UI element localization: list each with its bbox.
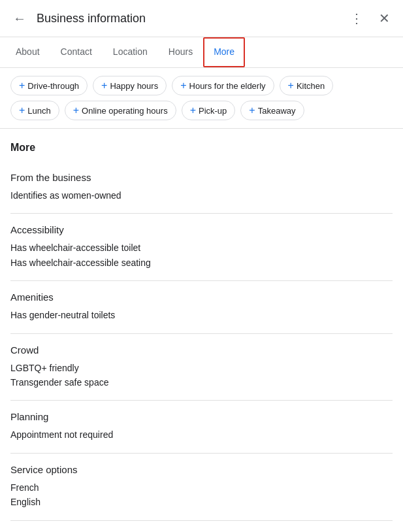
chip-label: Kitchen xyxy=(297,81,325,91)
chip-plus-icon: + xyxy=(73,105,79,116)
chip-label: Drive-through xyxy=(27,81,79,91)
chip-hours-for-the-elderly[interactable]: +Hours for the elderly xyxy=(172,76,274,95)
chip-online-operating-hours[interactable]: +Online operating hours xyxy=(65,101,176,120)
section-heading-from-business: From the business xyxy=(10,172,393,183)
section-item: English xyxy=(10,495,393,509)
section-amenities: AmenitiesHas gender-neutral toilets xyxy=(10,281,393,333)
chip-happy-hours[interactable]: +Happy hours xyxy=(93,76,167,95)
chips-row-2: +Lunch+Online operating hours+Pick-up+Ta… xyxy=(10,101,393,120)
section-heading-planning: Planning xyxy=(10,411,393,422)
tab-more[interactable]: More xyxy=(203,37,245,67)
section-item: Has gender-neutral toilets xyxy=(10,308,393,322)
section-from-business: From the businessIdentifies as women-own… xyxy=(10,161,393,214)
section-service-options: Service optionsFrenchEnglish xyxy=(10,454,393,521)
section-item: Has wheelchair-accessible seating xyxy=(10,256,393,270)
more-options-icon[interactable]: ⋮ xyxy=(347,8,366,29)
chip-drive-through[interactable]: +Drive-through xyxy=(10,76,88,95)
chip-plus-icon: + xyxy=(288,80,294,91)
chips-row-1: +Drive-through+Happy hours+Hours for the… xyxy=(10,76,393,95)
section-planning: PlanningAppointment not required xyxy=(10,401,393,453)
chips-section: +Drive-through+Happy hours+Hours for the… xyxy=(0,68,403,129)
section-item: French xyxy=(10,480,393,495)
tab-location[interactable]: Location xyxy=(103,37,158,67)
chip-pick-up[interactable]: +Pick-up xyxy=(182,101,236,120)
chip-label: Lunch xyxy=(27,106,50,116)
chip-label: Hours for the elderly xyxy=(189,81,266,91)
header: ← Business information ⋮ ✕ xyxy=(0,0,403,37)
section-item: Has wheelchair-accessible toilet xyxy=(10,241,393,255)
chip-plus-icon: + xyxy=(249,105,255,116)
section-item: Transgender safe space xyxy=(10,375,393,390)
header-actions: ⋮ ✕ xyxy=(347,8,393,29)
chip-plus-icon: + xyxy=(101,80,107,91)
nav-tabs: AboutContactLocationHoursMore xyxy=(0,37,403,68)
section-crowd: CrowdLGBTQ+ friendlyTransgender safe spa… xyxy=(10,334,393,401)
chip-plus-icon: + xyxy=(180,80,186,91)
chip-label: Happy hours xyxy=(110,81,158,91)
section-heading-accessibility: Accessibility xyxy=(10,224,393,235)
tab-contact[interactable]: Contact xyxy=(50,37,103,67)
section-heading-amenities: Amenities xyxy=(10,291,393,303)
chip-label: Takeaway xyxy=(258,106,296,116)
section-accessibility: AccessibilityHas wheelchair-accessible t… xyxy=(10,214,393,281)
chip-label: Pick-up xyxy=(199,106,227,116)
chip-kitchen[interactable]: +Kitchen xyxy=(280,76,334,95)
sections-container: From the businessIdentifies as women-own… xyxy=(10,161,393,521)
section-title: More xyxy=(10,129,393,161)
section-heading-service-options: Service options xyxy=(10,464,393,475)
section-item: Identifies as women-owned xyxy=(10,188,393,203)
chip-plus-icon: + xyxy=(19,105,25,116)
chip-plus-icon: + xyxy=(19,80,25,91)
chip-label: Online operating hours xyxy=(82,106,168,116)
section-item: Appointment not required xyxy=(10,427,393,442)
tab-hours[interactable]: Hours xyxy=(158,37,203,67)
chip-plus-icon: + xyxy=(190,105,196,116)
footer: Learn how business information is gather… xyxy=(0,526,403,532)
section-item: LGBTQ+ friendly xyxy=(10,361,393,375)
main-content: More From the businessIdentifies as wome… xyxy=(0,129,403,521)
chip-lunch[interactable]: +Lunch xyxy=(10,101,59,120)
back-icon[interactable]: ← xyxy=(10,8,29,29)
chip-takeaway[interactable]: +Takeaway xyxy=(240,101,304,120)
tab-about[interactable]: About xyxy=(5,37,50,67)
close-icon[interactable]: ✕ xyxy=(376,8,393,29)
section-heading-crowd: Crowd xyxy=(10,344,393,356)
page-title: Business information xyxy=(37,12,347,25)
